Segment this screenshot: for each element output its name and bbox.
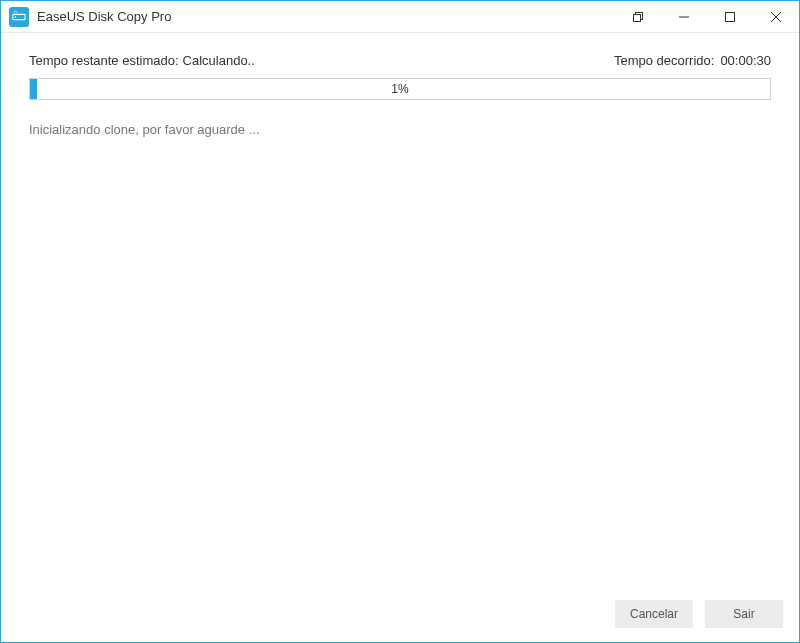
window-controls — [615, 1, 799, 32]
elapsed-time-label: Tempo decorrido: — [614, 53, 714, 68]
svg-rect-5 — [726, 12, 735, 21]
cancel-button[interactable]: Cancelar — [615, 600, 693, 628]
svg-rect-3 — [634, 14, 641, 21]
close-icon — [771, 12, 781, 22]
app-icon — [9, 7, 29, 27]
close-button[interactable] — [753, 1, 799, 32]
app-window: EaseUS Disk Copy Pro — [0, 0, 800, 643]
progress-bar: 1% — [29, 78, 771, 100]
svg-rect-0 — [13, 14, 25, 19]
elapsed-time: Tempo decorrido: 00:00:30 — [614, 53, 771, 68]
status-message: Inicializando clone, por favor aguarde .… — [29, 122, 771, 137]
restore-icon — [633, 12, 643, 22]
info-row: Tempo restante estimado: Calculando.. Te… — [29, 53, 771, 68]
content-area: Tempo restante estimado: Calculando.. Te… — [1, 33, 799, 586]
minimize-button[interactable] — [661, 1, 707, 32]
remaining-time: Tempo restante estimado: Calculando.. — [29, 53, 255, 68]
app-title: EaseUS Disk Copy Pro — [37, 9, 615, 24]
minimize-icon — [679, 12, 689, 22]
progress-percent-label: 1% — [30, 79, 770, 99]
restore-button[interactable] — [615, 1, 661, 32]
maximize-icon — [725, 12, 735, 22]
titlebar: EaseUS Disk Copy Pro — [1, 1, 799, 33]
remaining-time-label: Tempo restante estimado: — [29, 53, 179, 68]
exit-button[interactable]: Sair — [705, 600, 783, 628]
remaining-time-value: Calculando.. — [183, 53, 255, 68]
footer: Cancelar Sair — [1, 586, 799, 642]
svg-point-1 — [15, 16, 17, 18]
maximize-button[interactable] — [707, 1, 753, 32]
disk-copy-icon — [12, 10, 26, 24]
elapsed-time-value: 00:00:30 — [720, 53, 771, 68]
